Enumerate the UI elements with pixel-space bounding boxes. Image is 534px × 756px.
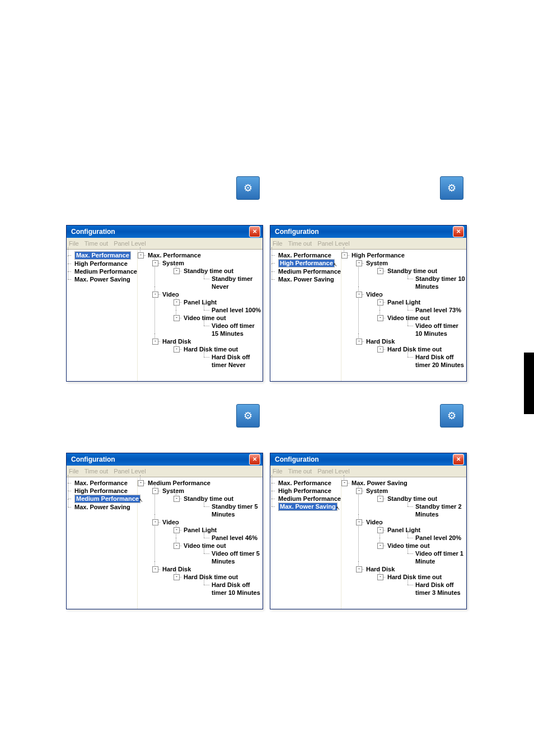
collapse-icon[interactable]: - bbox=[152, 292, 158, 298]
max-performance-icon: ⚙ bbox=[236, 176, 260, 200]
details-tree: -Medium Performance-System-Standby time … bbox=[139, 479, 261, 597]
menubar: FileTime outPanel Level bbox=[67, 466, 263, 477]
profile-item[interactable]: Medium Performance bbox=[68, 267, 136, 275]
profile-item[interactable]: High Performance bbox=[271, 487, 340, 495]
collapse-icon[interactable]: - bbox=[152, 519, 158, 525]
menubar: FileTime outPanel Level bbox=[270, 238, 466, 250]
profile-item[interactable]: Max. Performance bbox=[271, 479, 340, 487]
collapse-icon[interactable]: - bbox=[377, 346, 383, 353]
menu-item[interactable]: File bbox=[69, 468, 79, 475]
menu-item[interactable]: File bbox=[69, 240, 79, 247]
close-button[interactable]: ✕ bbox=[249, 454, 260, 465]
collapse-icon[interactable]: - bbox=[152, 339, 158, 345]
cursor-icon: ↖ bbox=[336, 504, 340, 512]
collapse-icon[interactable]: - bbox=[377, 496, 383, 502]
menu-item[interactable]: Time out bbox=[288, 468, 312, 475]
profile-item[interactable]: Medium Performance↖ bbox=[68, 495, 136, 503]
hdd-off-value: Hard Disk off timer 10 Minutes bbox=[184, 581, 261, 597]
collapse-icon[interactable]: - bbox=[377, 268, 383, 274]
collapse-icon[interactable]: - bbox=[138, 252, 144, 259]
window-titlebar[interactable]: Configuration✕ bbox=[270, 226, 466, 238]
collapse-icon[interactable]: - bbox=[174, 346, 180, 353]
menu-item[interactable]: Panel Level bbox=[114, 240, 146, 247]
menubar: FileTime outPanel Level bbox=[270, 466, 466, 477]
collapse-icon[interactable]: - bbox=[377, 315, 383, 321]
collapse-icon[interactable]: - bbox=[341, 252, 348, 259]
hdd-off-value: Hard Disk off timer 20 Minutes bbox=[387, 353, 465, 369]
profiles-list: Max. PerformanceHigh PerformanceMedium P… bbox=[271, 479, 340, 511]
hdd-off-value: Hard Disk off timer 3 Minutes bbox=[387, 581, 465, 597]
collapse-icon[interactable]: - bbox=[341, 480, 348, 486]
video-off-value: Video off timer 5 Minutes bbox=[184, 550, 261, 565]
collapse-icon[interactable]: - bbox=[152, 260, 158, 266]
collapse-icon[interactable]: - bbox=[356, 488, 362, 494]
profile-item[interactable]: Max. Power Saving bbox=[68, 275, 136, 283]
panel-level-value: Panel level 20% bbox=[387, 534, 465, 542]
collapse-icon[interactable]: - bbox=[152, 566, 158, 572]
window-title: Configuration bbox=[71, 453, 115, 466]
profile-item[interactable]: Max. Power Saving↖ bbox=[271, 503, 340, 511]
config-window-max-performance: Configuration✕FileTime outPanel LevelMax… bbox=[66, 225, 263, 382]
collapse-icon[interactable]: - bbox=[174, 299, 180, 306]
window-titlebar[interactable]: Configuration✕ bbox=[67, 453, 263, 466]
profile-item[interactable]: Max. Performance bbox=[271, 251, 340, 259]
profile-item[interactable]: High Performance bbox=[68, 487, 136, 495]
menu-item[interactable]: Panel Level bbox=[317, 240, 350, 247]
menu-item[interactable]: Panel Level bbox=[317, 468, 350, 475]
collapse-icon[interactable]: - bbox=[377, 527, 383, 533]
window-title: Configuration bbox=[71, 226, 115, 238]
collapse-icon[interactable]: - bbox=[174, 543, 180, 549]
standby-value: Standby timer 10 Minutes bbox=[387, 275, 465, 290]
window-titlebar[interactable]: Configuration✕ bbox=[270, 453, 466, 466]
menu-item[interactable]: Time out bbox=[85, 468, 108, 475]
close-button[interactable]: ✕ bbox=[249, 226, 260, 237]
collapse-icon[interactable]: - bbox=[377, 299, 383, 306]
collapse-icon[interactable]: - bbox=[356, 566, 362, 572]
standby-value: Standby timer 5 Minutes bbox=[184, 503, 261, 518]
profile-item[interactable]: Max. Power Saving bbox=[68, 503, 136, 511]
menu-item[interactable]: File bbox=[273, 240, 283, 247]
menu-item[interactable]: Time out bbox=[85, 240, 108, 247]
hdd-off-value: Hard Disk off timer Never bbox=[184, 353, 261, 369]
collapse-icon[interactable]: - bbox=[138, 480, 144, 486]
collapse-icon[interactable]: - bbox=[174, 268, 180, 274]
profile-item[interactable]: Max. Performance bbox=[68, 479, 136, 487]
window-titlebar[interactable]: Configuration✕ bbox=[67, 226, 263, 238]
collapse-icon[interactable]: - bbox=[356, 292, 362, 298]
collapse-icon[interactable]: - bbox=[174, 315, 180, 321]
profile-item[interactable]: Medium Performance bbox=[271, 267, 340, 275]
collapse-icon[interactable]: - bbox=[377, 543, 383, 549]
collapse-icon[interactable]: - bbox=[174, 527, 180, 533]
config-window-high-performance: Configuration✕FileTime outPanel LevelMax… bbox=[270, 225, 467, 382]
video-off-value: Video off timer 1 Minute bbox=[387, 550, 465, 565]
collapse-icon[interactable]: - bbox=[152, 488, 158, 494]
close-button[interactable]: ✕ bbox=[453, 454, 464, 465]
details-tree: -Max. Power Saving-System-Standby time o… bbox=[343, 479, 465, 597]
profile-item[interactable]: Max. Power Saving bbox=[271, 275, 340, 283]
profile-item[interactable]: High Performance↖ bbox=[271, 259, 340, 267]
panel-level-value: Panel level 100% bbox=[184, 306, 261, 314]
video-off-value: Video off timer 10 Minutes bbox=[387, 322, 465, 337]
menu-item[interactable]: Panel Level bbox=[114, 468, 146, 475]
close-button[interactable]: ✕ bbox=[453, 226, 464, 237]
profiles-list: Max. PerformanceHigh PerformanceMedium P… bbox=[68, 479, 136, 511]
details-tree: -Max. Performance-System-Standby time ou… bbox=[139, 251, 261, 369]
profile-item[interactable]: Medium Performance bbox=[271, 495, 340, 503]
profile-item[interactable]: Max. Performance bbox=[68, 251, 136, 260]
standby-value: Standby timer 2 Minutes bbox=[387, 503, 465, 518]
profile-item[interactable]: High Performance bbox=[68, 260, 136, 267]
max-power-saving-icon: ⚙ bbox=[440, 404, 463, 428]
collapse-icon[interactable]: - bbox=[377, 574, 383, 580]
config-window-medium-performance: Configuration✕FileTime outPanel LevelMax… bbox=[66, 453, 263, 609]
video-off-value: Video off timer 15 Minutes bbox=[184, 322, 261, 337]
collapse-icon[interactable]: - bbox=[174, 496, 180, 502]
collapse-icon[interactable]: - bbox=[356, 339, 362, 345]
collapse-icon[interactable]: - bbox=[174, 574, 180, 580]
panel-level-value: Panel level 73% bbox=[387, 306, 465, 314]
menu-item[interactable]: Time out bbox=[288, 240, 312, 247]
menu-item[interactable]: File bbox=[273, 468, 283, 475]
collapse-icon[interactable]: - bbox=[356, 519, 362, 525]
collapse-icon[interactable]: - bbox=[356, 260, 362, 266]
window-title: Configuration bbox=[275, 453, 319, 466]
side-tab bbox=[524, 353, 534, 414]
